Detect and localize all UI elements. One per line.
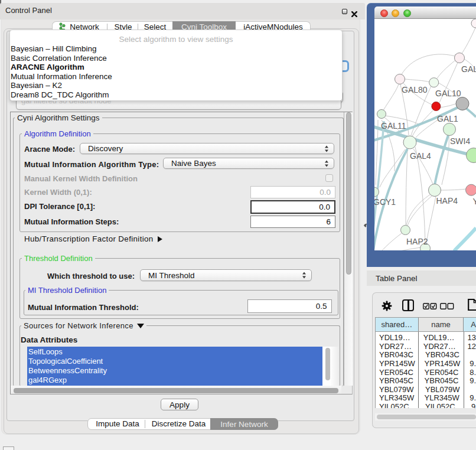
svg-text:SWI4: SWI4	[450, 136, 470, 146]
svg-text:GAL4: GAL4	[410, 151, 431, 161]
svg-text:HAP2: HAP2	[406, 237, 428, 246]
svg-text:Y: Y	[473, 197, 476, 206]
svg-text:GAL: GAL	[461, 64, 476, 74]
svg-text:GAL11: GAL11	[381, 121, 406, 131]
svg-text:GAL80: GAL80	[402, 85, 428, 94]
svg-text:HAP4: HAP4	[436, 196, 458, 206]
svg-text:GCY1: GCY1	[374, 197, 396, 207]
svg-text:GAL10: GAL10	[435, 89, 461, 98]
svg-text:GAL1: GAL1	[437, 114, 458, 123]
